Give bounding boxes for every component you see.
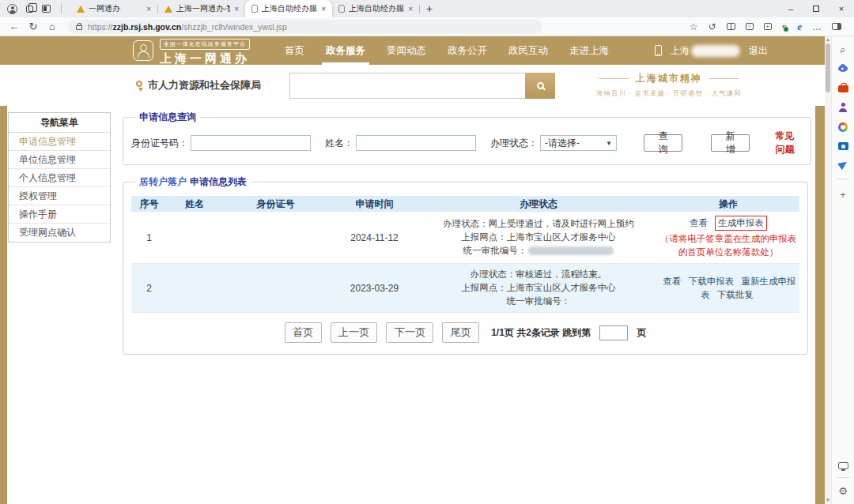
sync-icon[interactable]: ↻ xyxy=(709,22,716,32)
search-icon[interactable]: ⌕ xyxy=(840,44,845,55)
name-input[interactable] xyxy=(356,135,476,151)
cell-date: 2023-03-29 xyxy=(329,264,420,313)
nav-open-government[interactable]: 政务公开 xyxy=(448,36,487,65)
address-bar[interactable]: https://zzjb.rsj.sh.gov.cn/shzzjb_rclh/w… xyxy=(68,20,542,33)
site-logo[interactable]: 全国一体化在线政务服务平台 上海一网通办 xyxy=(133,35,250,66)
nav-home[interactable]: 首页 xyxy=(285,36,304,65)
favorite-star-icon[interactable]: ☆ xyxy=(690,22,698,32)
sidebar-item-application-info[interactable]: 申请信息管理 xyxy=(9,133,110,151)
motto-text: 海纳百川 · 追求卓越 · 开明睿智 · 大气谦和 xyxy=(596,89,742,99)
browser-tab-3-active[interactable]: 上海自助经办服务大厅 × xyxy=(245,0,332,17)
application-list-table: 序号 姓名 身份证号 申请时间 办理状态 操作 1 xyxy=(131,196,799,313)
toolbox-icon[interactable] xyxy=(838,85,848,92)
tab-title: 上海自助经办服务大厅 xyxy=(262,3,317,14)
col-seq: 序号 xyxy=(131,196,167,212)
settings-gear-icon[interactable]: ⚙ xyxy=(838,486,848,496)
home-icon[interactable]: ⌂ xyxy=(44,21,60,32)
browser-essentials-icon[interactable]: ♥ xyxy=(782,22,788,32)
close-button[interactable]: × xyxy=(829,0,854,17)
view-link[interactable]: 查看 xyxy=(690,218,708,228)
nav-interaction[interactable]: 政民互动 xyxy=(508,36,548,65)
nav-news[interactable]: 要闻动态 xyxy=(387,36,426,65)
scroll-down-icon[interactable]: ▼ xyxy=(825,498,831,502)
name-label: 姓名： xyxy=(325,137,353,150)
page-scrollbar[interactable]: ▲ ▼ xyxy=(825,36,831,504)
add-sidebar-item-icon[interactable]: + xyxy=(840,190,846,200)
site-search-button[interactable] xyxy=(525,73,555,99)
sidebar-panel-icon[interactable] xyxy=(832,23,841,30)
pagination-info: 1/1页 共2条记录 跳到第 xyxy=(491,326,591,340)
collections-icon[interactable]: ☆ xyxy=(746,23,754,30)
first-page-button[interactable]: 首页 xyxy=(285,322,322,343)
status-select[interactable]: -请选择- ▼ xyxy=(540,135,617,151)
refresh-icon[interactable]: ↻ xyxy=(25,21,41,32)
tab-close-icon[interactable]: × xyxy=(146,5,151,13)
sidebar-item-unit-info[interactable]: 单位信息管理 xyxy=(9,151,110,169)
tab-close-icon[interactable]: × xyxy=(321,5,326,13)
site-lock-icon[interactable] xyxy=(76,25,82,30)
list-fieldset: 居转户落户申请信息列表 序号 姓名 身份证号 申请时间 xyxy=(123,175,808,355)
browser-profile-avatar[interactable] xyxy=(7,4,17,14)
more-options-icon[interactable]: … xyxy=(812,22,822,32)
city-spirit-block: 上海城市精神 海纳百川 · 追求卓越 · 开明睿智 · 大气谦和 xyxy=(596,72,742,99)
add-button[interactable]: 新增 xyxy=(711,134,750,152)
download-declaration-link[interactable]: 下载申报表 xyxy=(689,276,735,286)
id-number-input[interactable] xyxy=(191,135,311,151)
nav-government-services[interactable]: 政务服务 xyxy=(326,36,365,65)
site-page: 全国一体化在线政务服务平台 上海一网通办 首页 政务服务 要闻动态 政务公开 政… xyxy=(0,36,825,504)
tab-close-icon[interactable]: × xyxy=(234,5,239,13)
cell-name xyxy=(167,264,222,313)
drop-icon[interactable] xyxy=(837,159,849,171)
page-favicon-icon xyxy=(251,5,258,13)
download-approval-link[interactable]: 下载批复 xyxy=(717,290,754,299)
decorative-line xyxy=(709,78,739,79)
tab-close-icon[interactable]: × xyxy=(408,5,413,13)
shopping-icon[interactable] xyxy=(837,63,848,74)
query-fieldset: 申请信息查询 身份证号码： 姓名： 办理状态： -请选择- ▼ 查询 xyxy=(123,111,811,165)
mobile-phone-icon[interactable] xyxy=(655,45,662,56)
table-header-row: 序号 姓名 身份证号 申请时间 办理状态 操作 xyxy=(131,196,799,212)
last-page-button[interactable]: 尾页 xyxy=(442,322,479,343)
outlook-icon[interactable] xyxy=(838,142,848,150)
workspaces-screen-icon[interactable] xyxy=(838,462,848,469)
generate-declaration-link[interactable]: 生成申报表 xyxy=(715,216,767,231)
col-name: 姓名 xyxy=(167,196,222,212)
cell-operations: 查看 生成申报表 （请将电子签章盖在生成的申报表的首页单位名称落款处） xyxy=(657,212,799,264)
new-tab-button[interactable]: + xyxy=(426,2,433,15)
scroll-up-icon[interactable]: ▲ xyxy=(825,37,831,42)
user-name-prefix: 上海 xyxy=(671,44,690,58)
tab-groups-icon[interactable]: + xyxy=(764,23,772,30)
bureau-selector[interactable]: 市人力资源和社会保障局 xyxy=(136,78,261,92)
faq-link[interactable]: 常见问题 xyxy=(775,130,803,156)
col-status: 办理状态 xyxy=(420,196,657,212)
site-search-input[interactable] xyxy=(289,73,525,99)
cell-operations: 查看 下载申报表 重新生成申报表 下载批复 xyxy=(657,264,799,313)
prev-page-button[interactable]: 上一页 xyxy=(331,322,378,343)
jump-page-input[interactable] xyxy=(599,325,628,340)
browser-tab-1[interactable]: 一网通办 × xyxy=(70,0,157,17)
restore-button[interactable] xyxy=(803,0,829,17)
minimize-button[interactable]: – xyxy=(778,0,803,17)
sidebar-item-service-point[interactable]: 受理网点确认 xyxy=(9,224,110,242)
next-page-button[interactable]: 下一页 xyxy=(386,322,433,343)
back-icon[interactable]: ← xyxy=(6,21,22,32)
sidebar-item-personal-info[interactable]: 个人信息管理 xyxy=(9,169,110,187)
games-icon[interactable] xyxy=(838,103,848,112)
url-text: https://zzjb.rsj.sh.gov.cn/shzzjb_rclh/w… xyxy=(88,22,287,32)
sidebar-item-manual[interactable]: 操作手册 xyxy=(9,205,110,224)
logout-link[interactable]: 退出 xyxy=(749,44,768,58)
split-screen-icon[interactable] xyxy=(727,23,735,30)
nav-about-shanghai[interactable]: 走进上海 xyxy=(569,36,609,65)
scrollbar-thumb[interactable] xyxy=(826,43,830,92)
browser-tab-2[interactable]: 上海一网通办-智能检索 × xyxy=(158,0,245,17)
tab-title: 上海一网通办-智能检索 xyxy=(176,3,230,14)
ie-mode-icon[interactable]: e xyxy=(797,21,802,33)
workspaces-icon[interactable] xyxy=(26,6,33,13)
query-button[interactable]: 查询 xyxy=(644,134,682,152)
sidebar-item-authorization[interactable]: 授权管理 xyxy=(9,187,110,205)
browser-tab-4[interactable]: 上海自助经办服务大厅 × xyxy=(332,0,419,17)
view-link[interactable]: 查看 xyxy=(663,276,682,286)
user-account[interactable]: 上海 xyxy=(671,44,740,58)
tab-actions-icon[interactable] xyxy=(42,5,51,13)
microsoft-365-icon[interactable] xyxy=(838,122,848,132)
